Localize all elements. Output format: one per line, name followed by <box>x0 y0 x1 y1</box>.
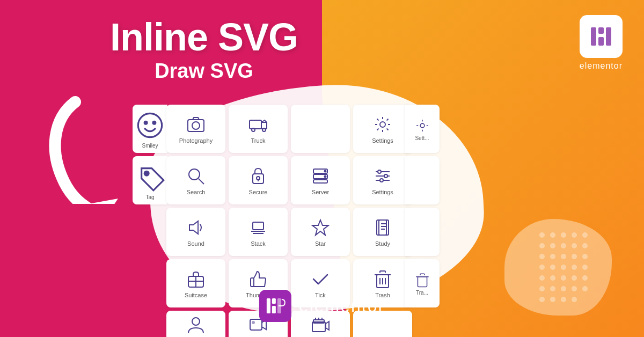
svg-point-19 <box>325 171 326 172</box>
svg-rect-18 <box>313 180 327 183</box>
svg-point-14 <box>257 177 260 180</box>
svg-rect-33 <box>379 220 389 235</box>
icon-card-truck: Truck <box>229 105 288 153</box>
dots-decoration <box>537 230 623 305</box>
svg-point-6 <box>192 122 200 129</box>
icon-card-user: User <box>166 311 225 337</box>
svg-point-87 <box>582 275 588 281</box>
svg-marker-31 <box>312 220 328 235</box>
svg-rect-98 <box>272 298 276 304</box>
svg-point-89 <box>550 286 555 291</box>
svg-point-26 <box>380 179 383 182</box>
svg-point-73 <box>539 254 545 259</box>
truck-label: Truck <box>251 137 265 144</box>
svg-rect-7 <box>250 120 261 129</box>
svg-point-90 <box>561 286 566 291</box>
study-label: Study <box>375 240 390 247</box>
svg-point-86 <box>572 275 577 281</box>
svg-point-84 <box>550 275 555 281</box>
search-label: Search <box>187 189 206 195</box>
svg-rect-28 <box>253 222 264 230</box>
svg-point-78 <box>539 265 545 270</box>
icon-card-study: Study <box>353 208 412 256</box>
icon-card-settings2: Settings <box>353 156 412 204</box>
suitcase-label: Suitcase <box>185 292 207 298</box>
title-line2: Draw SVG <box>0 60 408 83</box>
svg-point-74 <box>550 254 555 259</box>
svg-rect-40 <box>251 278 254 287</box>
svg-point-25 <box>384 174 387 178</box>
arrow-container <box>43 86 161 204</box>
svg-point-71 <box>572 243 577 248</box>
partial-card-trash2: Tra... <box>405 259 440 307</box>
svg-point-69 <box>550 243 555 248</box>
svg-marker-0 <box>89 199 118 204</box>
svg-point-83 <box>539 275 545 281</box>
settings2-label: Settings <box>372 189 393 195</box>
partial-card-empty1 <box>405 156 440 204</box>
title-area: Inline SVG Draw SVG <box>0 16 408 83</box>
svg-point-92 <box>582 286 588 291</box>
svg-point-76 <box>572 254 577 259</box>
svg-point-96 <box>572 297 577 302</box>
svg-point-81 <box>572 265 577 270</box>
svg-rect-13 <box>253 174 264 184</box>
svg-marker-55 <box>326 321 329 330</box>
svg-rect-57 <box>418 276 427 287</box>
svg-point-94 <box>550 297 555 302</box>
partial-right: Sett... Tra... <box>405 105 440 307</box>
settings3-label: Sett... <box>415 135 429 141</box>
svg-point-68 <box>539 243 545 248</box>
icon-card-star: Star <box>291 208 350 256</box>
svg-rect-59 <box>591 27 596 46</box>
stack-label: Stack <box>251 240 266 247</box>
svg-point-80 <box>561 265 566 270</box>
svg-point-72 <box>582 243 588 248</box>
svg-rect-32 <box>377 220 386 235</box>
svg-point-24 <box>378 170 381 173</box>
elementor-label-tr: elementor <box>580 61 623 71</box>
elementor-bottom-label: elementor <box>299 296 385 316</box>
svg-point-49 <box>252 321 254 324</box>
icon-card-secure: Secure <box>229 156 288 204</box>
icon-card-stack: Stack <box>229 208 288 256</box>
elementor-icon-box <box>580 15 623 58</box>
svg-point-66 <box>572 232 577 238</box>
elementor-bottom-icon <box>259 290 291 322</box>
svg-rect-99 <box>272 306 276 313</box>
svg-point-65 <box>561 232 566 238</box>
svg-rect-97 <box>267 298 270 313</box>
partial-card-empty2 <box>405 208 440 256</box>
sound-label: Sound <box>187 240 204 247</box>
svg-point-10 <box>380 122 385 127</box>
icon-card-suitcase: Suitcase <box>166 259 225 307</box>
photography-label: Photography <box>179 137 213 144</box>
svg-point-95 <box>561 297 566 302</box>
icon-card-empty1 <box>291 105 350 153</box>
server-label: Server <box>312 189 329 195</box>
page-wrapper: Inline SVG Draw SVG Smiley Ta <box>0 0 644 337</box>
icon-card-settings: Settings <box>353 105 412 153</box>
svg-point-11 <box>189 169 200 180</box>
elementor-logo-topright: elementor <box>580 15 623 71</box>
svg-point-82 <box>582 265 588 270</box>
svg-point-93 <box>539 297 545 302</box>
svg-point-9 <box>262 128 266 131</box>
svg-point-91 <box>572 286 577 291</box>
svg-point-64 <box>550 232 555 238</box>
svg-point-85 <box>561 275 566 281</box>
icon-card-photography: Photography <box>166 105 225 153</box>
svg-point-20 <box>325 176 326 178</box>
trash2-label: Tra... <box>416 290 428 296</box>
elementor-bottom-branding: elementor <box>259 290 385 322</box>
svg-point-77 <box>582 254 588 259</box>
secure-label: Secure <box>249 189 268 195</box>
svg-point-67 <box>582 232 588 238</box>
svg-point-56 <box>420 123 425 128</box>
svg-rect-61 <box>598 37 604 46</box>
svg-point-75 <box>561 254 566 259</box>
svg-marker-27 <box>189 221 198 234</box>
svg-point-46 <box>192 318 200 325</box>
settings-label: Settings <box>372 137 393 144</box>
svg-rect-62 <box>606 27 611 46</box>
